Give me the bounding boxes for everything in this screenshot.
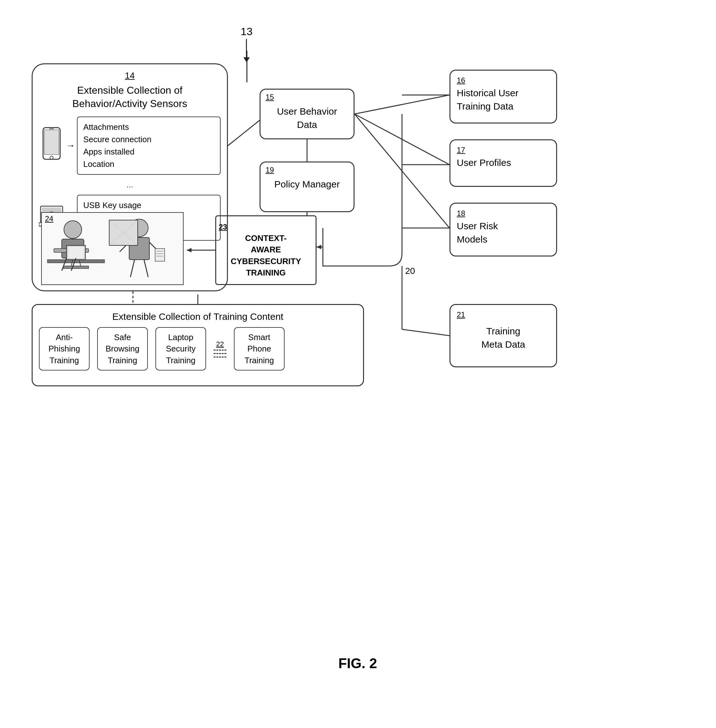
svg-rect-21 (44, 130, 59, 155)
user-profiles-label: User Profiles (457, 156, 550, 169)
svg-rect-32 (47, 260, 105, 263)
training-content-title: Extensible Collection of Training Conten… (39, 311, 357, 322)
training-items-list: Anti-PhishingTraining SafeBrowsingTraini… (39, 327, 357, 371)
user-risk-number: 18 (457, 208, 550, 219)
cyber-number: 23 (219, 222, 227, 233)
svg-line-4 (355, 114, 449, 165)
top-number: 13 (241, 25, 253, 37)
sensors-box-number: 14 (125, 71, 135, 81)
svg-line-49 (144, 260, 148, 277)
user-profiles-number: 17 (457, 145, 550, 155)
laptop-security-item: LaptopSecurityTraining (155, 327, 206, 371)
phone-sensors-box: Attachments Secure connection Apps insta… (77, 117, 221, 175)
phone-sensors-section: → Attachments Secure connection Apps ins… (39, 117, 221, 175)
svg-marker-14 (317, 245, 321, 249)
phone-icon (39, 126, 64, 165)
historical-data-box: 16 Historical UserTraining Data (449, 70, 557, 123)
policy-number: 19 (265, 166, 349, 175)
svg-point-28 (64, 221, 82, 239)
anti-phishing-item: Anti-PhishingTraining (39, 327, 90, 371)
safe-browsing-item: SafeBrowsingTraining (97, 327, 148, 371)
user-risk-box: 18 User RiskModels (449, 203, 557, 257)
svg-line-2 (228, 120, 259, 146)
user-behavior-number: 15 (265, 93, 349, 102)
top-arrow-line (246, 39, 247, 58)
users-illustration-svg (44, 214, 181, 283)
policy-manager-box: 19 Policy Manager (259, 161, 355, 212)
policy-label: Policy Manager (265, 178, 349, 191)
svg-rect-34 (68, 247, 84, 258)
user-risk-label: User RiskModels (457, 219, 550, 246)
user-profiles-box: 17 User Profiles (449, 139, 557, 187)
figure-label: FIG. 2 (338, 655, 377, 671)
cyber-training-box: 23 CONTEXT-AWARECYBERSECURITYTRAINING (215, 215, 317, 285)
svg-rect-37 (63, 266, 89, 269)
svg-line-5 (355, 114, 449, 228)
svg-rect-44 (155, 249, 165, 261)
users-illustration-box: 24 (41, 212, 184, 285)
connector-20-label: 20 (405, 266, 415, 276)
historical-number: 16 (457, 75, 550, 86)
historical-label: Historical UserTraining Data (457, 87, 550, 113)
smart-phone-item: SmartPhoneTraining (234, 327, 285, 371)
dashes-22: 22 (214, 340, 226, 357)
meta-data-label: TrainingMeta Data (457, 325, 550, 351)
training-meta-data-box: 21 TrainingMeta Data (449, 304, 557, 367)
svg-line-19 (402, 329, 449, 336)
sensors-box-title: Extensible Collection ofBehavior/Activit… (39, 84, 221, 110)
training-content-box: Extensible Collection of Training Conten… (32, 304, 364, 386)
svg-line-3 (355, 95, 449, 114)
users-box-number: 24 (45, 214, 53, 223)
svg-rect-30 (54, 249, 67, 252)
top-arrow-indicator: 13 (241, 25, 253, 58)
phone-dots: ... (39, 180, 221, 190)
meta-data-number: 21 (457, 309, 550, 320)
phone-arrow: → (66, 141, 75, 151)
user-behavior-label: User BehaviorData (265, 105, 349, 131)
cyber-label: CONTEXT-AWARECYBERSECURITYTRAINING (231, 233, 301, 279)
svg-line-48 (130, 260, 135, 277)
user-behavior-box: 15 User BehaviorData (259, 89, 355, 139)
